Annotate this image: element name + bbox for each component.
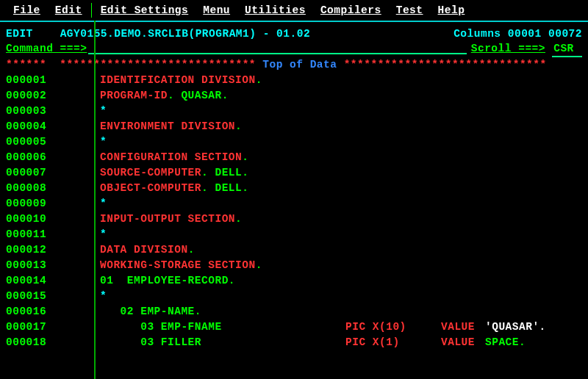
code-line[interactable]: 000018 03 FILLERPIC X(1)VALUESPACE.: [6, 335, 582, 350]
line-number[interactable]: 000014: [6, 273, 53, 289]
token: 03 FILLER: [100, 335, 201, 350]
gutter: [53, 335, 100, 350]
token: WORKING-STORAGE SECTION: [100, 258, 256, 273]
gutter: [53, 119, 100, 134]
line-number[interactable]: 000004: [6, 119, 53, 134]
code-line[interactable]: 000002PROGRAM-ID. QUASAR.: [6, 88, 582, 104]
line-number[interactable]: 000011: [6, 227, 53, 242]
scroll-input[interactable]: CSR: [552, 41, 582, 57]
code-content[interactable]: *: [100, 227, 582, 242]
code-content[interactable]: *: [100, 289, 582, 304]
value-keyword: VALUE: [441, 335, 475, 350]
line-number[interactable]: 000010: [6, 212, 53, 227]
token: .: [168, 88, 181, 104]
token: INPUT-OUTPUT SECTION: [100, 212, 235, 227]
code-line[interactable]: 000017 03 EMP-FNAMEPIC X(10)VALUE'QUASAR…: [6, 320, 582, 335]
code-line[interactable]: 000005*: [6, 134, 582, 150]
stars: *****************************: [53, 57, 262, 73]
line-number[interactable]: 000016: [6, 304, 53, 320]
code-line[interactable]: 00001401 EMPLOYEE-RECORD.: [6, 273, 582, 289]
token: IDENTIFICATION DIVISION: [100, 73, 256, 88]
line-number[interactable]: 000005: [6, 134, 53, 150]
menu-edit[interactable]: Edit: [48, 3, 90, 18]
code-line[interactable]: 000012DATA DIVISION.: [6, 242, 582, 258]
line-number[interactable]: 000009: [6, 196, 53, 212]
gutter: [53, 165, 100, 181]
token: DATA DIVISION: [100, 242, 188, 258]
code-line[interactable]: 000011*: [6, 227, 582, 242]
menu-edit-settings[interactable]: Edit_Settings: [93, 3, 196, 18]
token: .: [256, 258, 262, 273]
code-line[interactable]: 000009*: [6, 196, 582, 212]
line-number[interactable]: 000018: [6, 335, 53, 350]
token: .: [242, 165, 248, 181]
line-number[interactable]: 000002: [6, 88, 53, 104]
code-line[interactable]: 000001IDENTIFICATION DIVISION.: [6, 73, 582, 88]
command-input[interactable]: [88, 41, 466, 54]
code-line[interactable]: 000016 02 EMP-NAME.: [6, 304, 582, 320]
token: OBJECT-COMPUTER: [100, 181, 201, 196]
command-label: Command ===>: [6, 41, 87, 57]
token: *: [100, 196, 107, 212]
line-number[interactable]: 000017: [6, 320, 53, 335]
code-line[interactable]: 000006CONFIGURATION SECTION.: [6, 150, 582, 165]
code-content[interactable]: INPUT-OUTPUT SECTION.: [100, 212, 582, 227]
line-number[interactable]: 000012: [6, 242, 53, 258]
stars: ******************************: [337, 57, 546, 73]
menu-file[interactable]: File: [6, 3, 48, 18]
code-line[interactable]: 000013WORKING-STORAGE SECTION.: [6, 258, 582, 273]
code-content[interactable]: ENVIRONMENT DIVISION.: [100, 119, 582, 134]
token: DELL: [215, 165, 242, 181]
menu-help[interactable]: Help: [431, 3, 473, 18]
line-number[interactable]: 000015: [6, 289, 53, 304]
code-content[interactable]: 01 EMPLOYEE-RECORD.: [100, 273, 582, 289]
line-number[interactable]: 000003: [6, 104, 53, 119]
gutter: [53, 320, 100, 335]
code-line[interactable]: 000004ENVIRONMENT DIVISION.: [6, 119, 582, 134]
code-line[interactable]: 000007SOURCE-COMPUTER. DELL.: [6, 165, 582, 181]
vertical-rule: [94, 21, 96, 379]
line-marker: ******: [6, 57, 53, 73]
editor-area[interactable]: ****** ***************************** Top…: [0, 57, 588, 350]
gutter: [53, 212, 100, 227]
menu-compilers[interactable]: Compilers: [313, 3, 389, 18]
value-literal: SPACE.: [485, 335, 526, 350]
menu-utilities[interactable]: Utilities: [237, 3, 313, 18]
line-number[interactable]: 000006: [6, 150, 53, 165]
code-content[interactable]: WORKING-STORAGE SECTION.: [100, 258, 582, 273]
token: ENVIRONMENT DIVISION: [100, 119, 235, 134]
code-content[interactable]: OBJECT-COMPUTER. DELL.: [100, 181, 582, 196]
code-content[interactable]: *: [100, 196, 582, 212]
code-content[interactable]: 02 EMP-NAME.: [100, 304, 582, 320]
code-content[interactable]: PROGRAM-ID. QUASAR.: [100, 88, 582, 104]
code-line[interactable]: 000010INPUT-OUTPUT SECTION.: [6, 212, 582, 227]
value-keyword: VALUE: [441, 320, 475, 335]
token: PROGRAM-ID: [100, 88, 168, 104]
col-start: 00001: [508, 26, 542, 41]
token: SOURCE-COMPUTER: [100, 165, 201, 181]
gutter: [53, 181, 100, 196]
col-end: 00072: [548, 26, 582, 41]
code-line[interactable]: 000008OBJECT-COMPUTER. DELL.: [6, 181, 582, 196]
line-number[interactable]: 000013: [6, 258, 53, 273]
code-content[interactable]: IDENTIFICATION DIVISION.: [100, 73, 582, 88]
token: 02 EMP-NAME: [100, 304, 195, 320]
code-content[interactable]: CONFIGURATION SECTION.: [100, 150, 582, 165]
code-line[interactable]: 000015*: [6, 289, 582, 304]
token: CONFIGURATION SECTION: [100, 150, 242, 165]
line-number[interactable]: 000008: [6, 181, 53, 196]
code-content[interactable]: *: [100, 104, 582, 119]
line-number[interactable]: 000007: [6, 165, 53, 181]
code-content[interactable]: DATA DIVISION.: [100, 242, 582, 258]
line-number[interactable]: 000001: [6, 73, 53, 88]
dataset-name: AGY0155.DEMO.SRCLIB(PROGRAM1) - 01.02: [60, 26, 310, 41]
status-row: EDIT AGY0155.DEMO.SRCLIB(PROGRAM1) - 01.…: [0, 26, 588, 41]
code-line[interactable]: 000003*: [6, 104, 582, 119]
menu-test[interactable]: Test: [389, 3, 431, 18]
gutter: [53, 258, 100, 273]
menu-menu[interactable]: Menu: [196, 3, 237, 18]
code-content[interactable]: SOURCE-COMPUTER. DELL.: [100, 165, 582, 181]
code-content[interactable]: *: [100, 134, 582, 150]
pic-clause: PIC X(10): [345, 320, 406, 335]
columns-label: Columns: [453, 26, 501, 41]
